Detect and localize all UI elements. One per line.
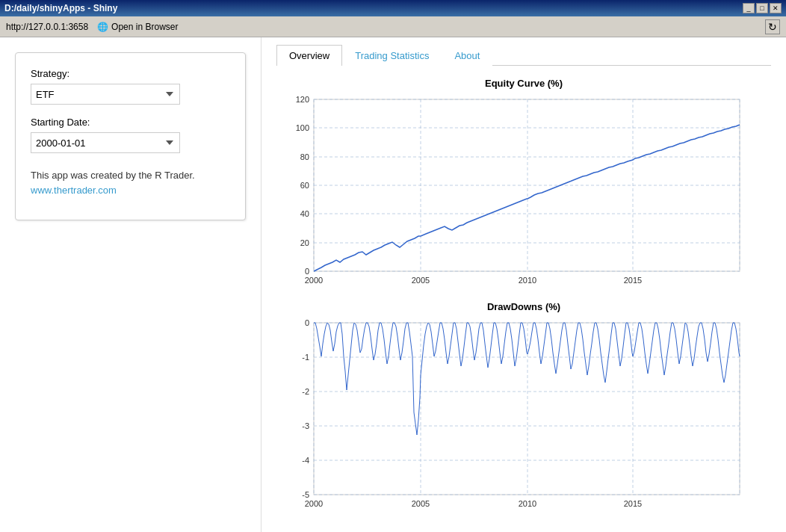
- window-title: D:/daily/shinyApps - Shiny: [4, 3, 117, 13]
- svg-text:80: 80: [300, 152, 309, 161]
- drawdowns-chart: 0 -1 -2 -3 -4 -5 2000 2005 2010 2015: [276, 315, 755, 510]
- svg-text:20: 20: [300, 238, 309, 247]
- sidebar-panel: Strategy: ETF Starting Date: 2000-01-01 …: [15, 52, 246, 220]
- equity-curve-title: Equity Curve (%): [276, 78, 771, 89]
- strategy-label: Strategy:: [31, 68, 230, 79]
- window-controls: _ □ ✕: [743, 3, 782, 13]
- svg-text:2005: 2005: [412, 276, 430, 285]
- svg-text:0: 0: [305, 318, 309, 327]
- address-bar: http://127.0.0.1:3658 🌐 Open in Browser …: [0, 16, 786, 37]
- close-button[interactable]: ✕: [770, 3, 782, 13]
- equity-curve-container: Equity Curve (%): [276, 78, 771, 286]
- tab-trading-statistics[interactable]: Trading Statistics: [342, 45, 442, 66]
- svg-text:120: 120: [296, 95, 309, 104]
- sidebar-description: This app was created by the R Trader. ww…: [31, 168, 230, 197]
- svg-text:2015: 2015: [624, 276, 642, 285]
- starting-date-select[interactable]: 2000-01-01: [31, 132, 180, 153]
- drawdowns-container: DrawDowns (%): [276, 301, 771, 510]
- main-content: Overview Trading Statistics About Equity…: [262, 37, 786, 532]
- open-in-browser-label: Open in Browser: [111, 22, 178, 32]
- chart-area: Equity Curve (%): [276, 78, 771, 510]
- svg-text:0: 0: [305, 267, 309, 276]
- svg-text:2000: 2000: [305, 276, 323, 285]
- starting-date-group: Starting Date: 2000-01-01: [31, 117, 230, 153]
- app-body: Strategy: ETF Starting Date: 2000-01-01 …: [0, 37, 786, 532]
- tab-about[interactable]: About: [442, 45, 492, 66]
- svg-text:2005: 2005: [412, 499, 430, 508]
- svg-text:2010: 2010: [519, 276, 536, 285]
- svg-text:2010: 2010: [519, 499, 536, 508]
- tab-bar: Overview Trading Statistics About: [276, 45, 771, 66]
- tab-overview[interactable]: Overview: [276, 45, 342, 66]
- description-text: This app was created by the R Trader.: [31, 170, 195, 181]
- sidebar: Strategy: ETF Starting Date: 2000-01-01 …: [0, 37, 262, 532]
- svg-text:-5: -5: [302, 490, 309, 499]
- refresh-button[interactable]: ↻: [765, 19, 780, 34]
- svg-text:-4: -4: [302, 456, 309, 465]
- drawdowns-title: DrawDowns (%): [276, 301, 771, 312]
- url-display: http://127.0.0.1:3658: [6, 22, 88, 32]
- starting-date-label: Starting Date:: [31, 117, 230, 128]
- svg-text:-1: -1: [302, 353, 309, 362]
- maximize-button[interactable]: □: [756, 3, 768, 13]
- equity-curve-chart: 0 20 40 60 80 100 120 2000 2005 2010 201…: [276, 92, 755, 286]
- strategy-select[interactable]: ETF: [31, 84, 180, 105]
- svg-rect-24: [314, 323, 740, 495]
- minimize-button[interactable]: _: [743, 3, 755, 13]
- svg-text:-3: -3: [302, 421, 309, 430]
- svg-text:40: 40: [300, 209, 309, 218]
- browser-icon: 🌐: [97, 22, 108, 32]
- open-in-browser-button[interactable]: 🌐 Open in Browser: [97, 22, 178, 32]
- svg-text:60: 60: [300, 181, 309, 190]
- title-bar: D:/daily/shinyApps - Shiny _ □ ✕: [0, 0, 786, 16]
- trader-link[interactable]: www.thertrader.com: [31, 185, 117, 196]
- strategy-group: Strategy: ETF: [31, 68, 230, 105]
- svg-text:2000: 2000: [305, 499, 323, 508]
- svg-text:-2: -2: [302, 387, 309, 396]
- svg-text:100: 100: [296, 123, 309, 132]
- svg-text:2015: 2015: [624, 499, 642, 508]
